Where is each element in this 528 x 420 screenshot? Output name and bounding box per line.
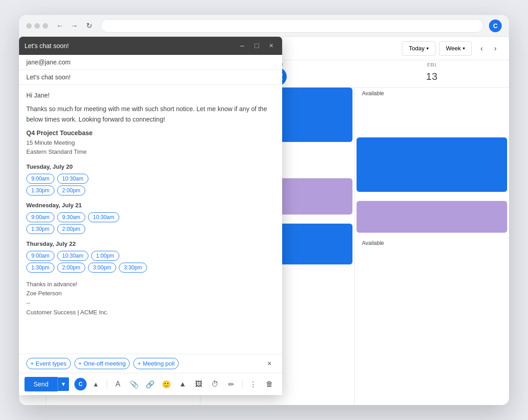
close-button[interactable]: × [266,40,277,51]
expand-compose-button[interactable]: ▲ [88,377,103,391]
insert-photo-button[interactable]: 🖼 [192,377,206,391]
compose-header: Let's chat soon! – □ × [19,37,282,55]
sender-separator: -- [26,298,275,308]
time-slots-2b: 1:30pm 2:00pm [26,224,275,234]
send-dropdown-button[interactable]: ▼ [58,377,69,391]
expand-button[interactable]: □ [251,40,262,51]
meeting-duration: 15 Minute Meeting [26,138,275,148]
slot-tue-130[interactable]: 1:30pm [26,186,54,195]
date-label-3: Thursday, July 22 [26,239,275,249]
date-label-1: Tuesday, July 20 [26,162,275,172]
fri-available-1: Available [358,88,507,128]
format-text-button[interactable]: A [111,377,125,391]
plus-icon-3: + [137,360,141,367]
time-slots-3b: 1:30pm 2:00pm 3:00pm 3:30pm [26,263,275,273]
greeting: Hi Jane! [26,90,275,100]
refresh-button[interactable]: ↻ [83,20,95,32]
browser-window: ← → ↻ C Today ▾ Week ▾ [19,15,509,405]
minimize-button[interactable]: – [237,40,248,51]
plus-icon-2: + [78,360,82,367]
slot-thu-300[interactable]: 3:00pm [88,263,116,273]
slot-thu-1030[interactable]: 10:30am [57,251,88,261]
meeting-timezone: Eastern Standard Time [26,147,275,157]
chevron-down-icon: ▾ [463,46,465,51]
next-button[interactable]: › [489,42,502,55]
drive-button[interactable]: ▲ [176,377,190,391]
sender-title: Customer Success | ACME Inc. [26,308,275,317]
date-section-2: Wednesday, July 21 9:00am 9:30am 10:30am… [26,201,275,234]
address-bar[interactable] [101,19,484,33]
one-off-meeting-link[interactable]: + One-off meeting [74,358,130,369]
slot-thu-330[interactable]: 3:30pm [119,263,147,273]
compose-header-actions: – □ × [237,40,277,51]
slot-thu-100[interactable]: 1:00pm [91,251,119,261]
date-section-1: Tuesday, July 20 9:00am 10:30am 1:30pm 2… [26,162,275,195]
compose-to-field[interactable]: jane@jane.com [19,55,282,70]
attach-file-button[interactable]: 📎 [127,377,142,391]
slot-tue-900[interactable]: 9:00am [26,174,54,184]
fri-available-2: Available [358,237,507,264]
dot-red [26,23,32,29]
meeting-poll-link[interactable]: + Meeting poll [133,358,179,369]
today-button[interactable]: Today ▾ [402,41,435,56]
footer-toolbar: Send ▼ C ▲ A 📎 🔗 🙂 ▲ 🖼 ⏱ ✏ [19,373,282,395]
more-options-button[interactable]: ⋮ [246,377,261,391]
timer-button[interactable]: ⏱ [208,377,222,391]
fri-col: Available Available [355,88,509,405]
slot-thu-130[interactable]: 1:30pm [26,263,54,273]
time-slots-1b: 1:30pm 2:00pm [26,186,275,195]
slot-wed-1030[interactable]: 10:30am [88,212,119,222]
fri-purple-1[interactable] [357,201,507,233]
sender-name: Zoe Peterson [26,289,275,298]
toolbar-separator-1 [107,380,107,389]
slot-thu-900[interactable]: 9:00am [26,251,54,261]
date-section-3: Thursday, July 22 9:00am 10:30am 1:00pm … [26,239,275,273]
calendar-nav: ‹ › [475,42,502,55]
slot-tue-200[interactable]: 2:00pm [57,186,85,195]
day-header-fri: FRI 13 [355,60,509,87]
time-slots-1a: 9:00am 10:30am [26,174,275,184]
plus-icon-1: + [30,360,34,367]
compose-footer: + Event types + One-off meeting + Meetin… [19,354,282,395]
sign-off: Thanks in advance! [26,280,275,289]
browser-dots [26,23,48,29]
meeting-info: Q4 Project Toucebase 15 Minute Meeting E… [26,128,275,157]
event-types-link[interactable]: + Event types [26,358,71,369]
fri-blue-1[interactable] [357,137,507,192]
prev-button[interactable]: ‹ [475,42,488,55]
browser-favicon: C [489,20,502,32]
insert-link-button[interactable]: 🔗 [143,377,157,391]
calendly-icon[interactable]: C [74,378,87,391]
dot-yellow [34,23,40,29]
dot-green [43,23,48,29]
slot-wed-930[interactable]: 9:30am [57,212,85,222]
week-button[interactable]: Week ▾ [439,41,472,56]
compose-subject-field[interactable]: Let's chat soon! [19,70,282,85]
time-slots-2a: 9:00am 9:30am 10:30am [26,212,275,222]
slot-wed-900[interactable]: 9:00am [26,212,54,222]
intro-text: Thanks so much for meeting with me with … [26,104,275,124]
app-area: Today ▾ Week ▾ ‹ › WED 11 [19,37,509,405]
footer-links: + Event types + One-off meeting + Meetin… [19,354,282,373]
slot-thu-200[interactable]: 2:00pm [57,263,85,273]
slot-wed-130[interactable]: 1:30pm [26,224,54,234]
send-button[interactable]: Send [24,377,58,391]
compose-body[interactable]: Hi Jane! Thanks so much for meeting with… [19,85,282,354]
browser-bar: ← → ↻ C [19,15,509,37]
meeting-title: Q4 Project Toucebase [26,128,275,138]
send-btn-group: Send ▼ [24,377,69,391]
date-label-2: Wednesday, July 21 [26,201,275,210]
compose-title: Let's chat soon! [24,42,237,49]
footer-close-button[interactable]: × [264,358,275,369]
toolbar-separator-2 [242,380,243,389]
forward-button[interactable]: → [68,20,81,32]
delete-button[interactable]: 🗑 [262,377,277,391]
compose-window: Let's chat soon! – □ × jane@jane.com Let… [19,37,282,395]
sign-off-area: Thanks in advance! Zoe Peterson -- Custo… [26,280,275,317]
back-button[interactable]: ← [54,20,66,32]
signature-button[interactable]: ✏ [224,377,239,391]
slot-wed-200[interactable]: 2:00pm [57,224,85,234]
time-slots-3a: 9:00am 10:30am 1:00pm [26,251,275,261]
slot-tue-1030[interactable]: 10:30am [57,174,88,184]
emoji-button[interactable]: 🙂 [159,377,174,391]
